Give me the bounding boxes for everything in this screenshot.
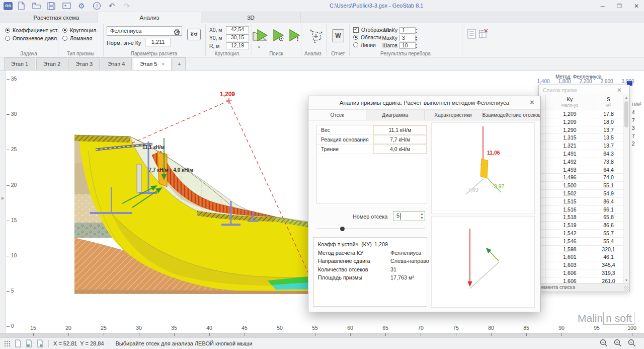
doc-export-icon[interactable] xyxy=(26,339,33,347)
dialog-tab-2[interactable]: Диаграмма xyxy=(366,110,424,120)
method-select[interactable]: Феллениуса▾ xyxy=(107,26,182,36)
spinner-arrows-icon[interactable]: ▴▾ xyxy=(416,42,421,49)
radio-circular[interactable]: Круглоцил. xyxy=(62,27,98,33)
search-settings-run-button[interactable] xyxy=(272,28,285,43)
x-axis-tick xyxy=(139,333,139,336)
zoom-in-icon[interactable] xyxy=(614,339,622,348)
prism-list-title: Список призм xyxy=(539,85,629,95)
ribbon-tab-2[interactable]: Анализ xyxy=(98,12,201,23)
doc-save-icon[interactable] xyxy=(37,339,44,347)
close-button[interactable]: ✕ xyxy=(634,3,639,10)
help-icon[interactable]: ? xyxy=(90,1,103,11)
prism-row[interactable]: 1,49364,4 xyxy=(539,166,623,174)
ribbon-tab-3[interactable]: 3D xyxy=(201,12,301,23)
pile[interactable] xyxy=(137,164,141,192)
prism-row[interactable]: 1,32113,7 xyxy=(539,142,623,150)
prism-row[interactable]: 1,20918,0 xyxy=(539,118,623,126)
restore-button[interactable]: ❐ xyxy=(617,3,622,10)
stage-tab-5[interactable]: Этап 5× xyxy=(133,57,172,70)
stage-tab-2[interactable]: Этап 2 xyxy=(36,57,67,70)
calc-settings-gear-icon[interactable]: ⚙ xyxy=(173,27,181,38)
zoom-fit-icon[interactable] xyxy=(600,339,608,348)
slice-number-spinner[interactable]: 5 ▲▼ xyxy=(393,211,425,221)
scroll-thumb[interactable] xyxy=(624,101,628,127)
dialog-tab-1[interactable]: Отсек xyxy=(308,110,366,120)
side-panel-collapsed[interactable]: » xyxy=(0,71,6,333)
prism-s-value: 345,4 xyxy=(594,261,623,269)
expand-panel-button[interactable]: » xyxy=(1,195,4,201)
clear-results-icon[interactable] xyxy=(478,28,489,40)
spinner-arrows-icon[interactable]: ▴▾ xyxy=(416,35,421,41)
prism-row[interactable]: 1,50254,9 xyxy=(539,190,623,198)
export-image-icon[interactable] xyxy=(60,1,73,11)
radio-polyline[interactable]: Ломаная xyxy=(62,35,92,41)
undo-icon[interactable]: ↶ xyxy=(105,1,118,11)
stage-tab-4[interactable]: Этап 4 xyxy=(101,57,132,70)
prism-row[interactable]: 1,606261,0 xyxy=(539,277,623,283)
dialog-close-icon[interactable]: ✕ xyxy=(529,99,535,106)
norm-ku-field[interactable]: 1,211 xyxy=(145,38,171,46)
x0-field[interactable]: 42,54 xyxy=(226,26,249,33)
prism-row[interactable]: 1,31513,5 xyxy=(539,134,623,142)
prism-row[interactable]: 1,49674,0 xyxy=(539,174,623,182)
prism-row[interactable]: 1,51586,4 xyxy=(539,198,623,206)
spinner-arrows-icon[interactable]: ▲▼ xyxy=(420,212,424,220)
grid-snap-icon[interactable] xyxy=(4,340,11,347)
prism-row[interactable]: 1,51666,1 xyxy=(539,206,623,214)
doc-page-icon[interactable] xyxy=(15,339,22,347)
word-report-button[interactable]: W xyxy=(332,29,344,42)
scroll-down-icon[interactable]: ▼ xyxy=(623,278,629,283)
spinner-arrows-icon[interactable]: ▴▾ xyxy=(416,27,421,34)
zoom-out-icon[interactable] xyxy=(628,339,636,348)
prism-ku-value: 1,321 xyxy=(546,142,594,150)
tab-close-icon[interactable]: × xyxy=(162,61,165,67)
prism-row[interactable]: 1,54255,7 xyxy=(539,230,623,238)
prism-row[interactable]: 1,51986,6 xyxy=(539,222,623,230)
slider-thumb[interactable] xyxy=(340,227,345,231)
radio-stability-factor[interactable]: Коэффициент уст. xyxy=(5,27,58,33)
prism-row[interactable]: 1,49164,3 xyxy=(539,150,623,158)
y0-field[interactable]: 30,15 xyxy=(226,34,249,41)
slice-slider[interactable] xyxy=(316,229,425,229)
minimize-button[interactable]: ─ xyxy=(601,3,605,10)
new-file-icon[interactable] xyxy=(15,1,28,11)
kst-button[interactable]: Кst xyxy=(187,29,201,40)
spinner-field-1[interactable]: 1 xyxy=(399,27,416,34)
radio-landslide-pressure[interactable]: Оползневое давл. xyxy=(5,35,58,41)
prism-row[interactable]: 1,603345,4 xyxy=(539,261,623,269)
dialog-tab-3[interactable]: Характеристики xyxy=(425,110,482,120)
save-icon[interactable] xyxy=(45,1,58,11)
prism-list-close-icon[interactable]: ✕ xyxy=(617,87,622,94)
prism-row[interactable]: 1,51865,8 xyxy=(539,214,623,222)
prism-list-scrollbar[interactable]: ▲ ▼ xyxy=(623,95,629,283)
prism-row[interactable]: 1,598320,1 xyxy=(539,246,623,254)
horizontal-scrollbar[interactable] xyxy=(0,333,644,337)
prism-row[interactable]: 1,60146,1 xyxy=(539,253,623,261)
spinner-field-3[interactable]: 10 xyxy=(399,42,416,49)
settings-gear-icon[interactable]: ⚙ xyxy=(75,1,88,11)
summary-label: Коэфф-т устойч. (КУ) xyxy=(318,241,372,247)
open-folder-icon[interactable] xyxy=(30,1,43,11)
dialog-tab-4[interactable]: Взаимодействие отсеков xyxy=(482,110,540,120)
fragment-digit: 7 xyxy=(632,133,641,142)
resize-grip[interactable] xyxy=(624,286,629,291)
stage-tab-1[interactable]: Этап 1 xyxy=(4,57,35,70)
prism-row[interactable]: 1,54655,4 xyxy=(539,238,623,246)
prism-row[interactable]: 1,50055,1 xyxy=(539,182,623,190)
stage-tab-3[interactable]: Этап 3 xyxy=(68,57,100,70)
r-field[interactable]: 12,19 xyxy=(226,42,249,49)
scroll-up-icon[interactable]: ▲ xyxy=(623,95,629,100)
analyze-prism-button[interactable] xyxy=(308,27,324,46)
redo-icon[interactable]: ↷ xyxy=(120,1,133,11)
spinner-field-2[interactable]: 3 xyxy=(399,35,416,41)
ribbon-tab-1[interactable]: Расчетная схема xyxy=(15,12,98,23)
prism-row[interactable]: 1,49273,8 xyxy=(539,158,623,166)
prism-row[interactable]: 1,29013,7 xyxy=(539,126,623,134)
search-run-button[interactable] xyxy=(256,28,269,43)
add-stage-tab[interactable]: + xyxy=(173,57,186,70)
results-list-icon[interactable] xyxy=(467,28,477,40)
search-fast-run-button[interactable]: ! xyxy=(288,28,301,43)
prism-row[interactable]: 1,20917,8 xyxy=(539,110,623,118)
app-logo-icon[interactable]: GS xyxy=(4,2,13,10)
prism-row[interactable]: 1,606319,3 xyxy=(539,269,623,277)
